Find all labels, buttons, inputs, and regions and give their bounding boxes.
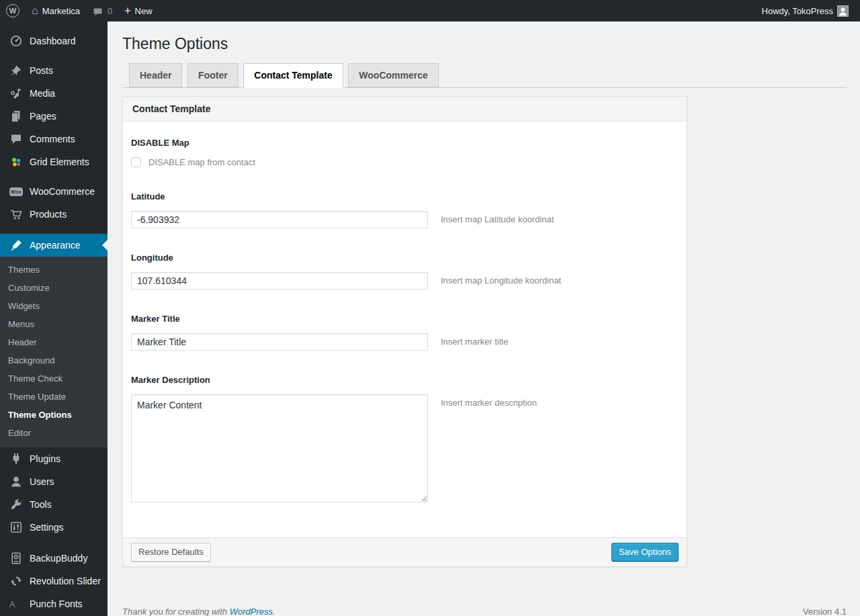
sidebar-item-punch-fonts[interactable]: A Punch Fonts xyxy=(0,592,108,615)
pages-icon xyxy=(9,109,24,123)
sidebar-item-label: Users xyxy=(30,476,54,487)
sidebar-item-label: Pages xyxy=(30,111,56,122)
disable-map-field: DISABLE Map DISABLE map from contact xyxy=(131,138,679,167)
sidebar-item-settings[interactable]: Settings xyxy=(0,516,108,539)
pushpin-icon xyxy=(9,64,24,77)
marker-title-hint: Insert marker title xyxy=(441,333,508,347)
sidebar-item-users[interactable]: Users xyxy=(0,470,108,493)
sidebar-item-backupbuddy[interactable]: BackupBuddy xyxy=(0,547,108,570)
wordpress-link[interactable]: WordPress xyxy=(230,607,273,616)
sidebar-item-posts[interactable]: Posts xyxy=(0,59,108,82)
sidebar-item-products[interactable]: Products xyxy=(0,203,108,226)
longitude-hint: Insert map Longitude koordinat xyxy=(441,272,561,285)
sidebar-item-woocommerce[interactable]: Woo WooCommerce xyxy=(0,180,108,203)
letter-a-icon: A xyxy=(9,597,24,611)
cart-icon xyxy=(9,208,24,221)
longitude-label: Longitude xyxy=(131,253,679,263)
latitude-field: Latitude Insert map Latitude koordinat xyxy=(131,191,679,228)
tab-woocommerce[interactable]: WooCommerce xyxy=(348,63,438,87)
sidebar-item-pages[interactable]: Pages xyxy=(0,105,108,128)
sidebar-item-label: Grid Elements xyxy=(30,157,89,167)
plug-icon xyxy=(9,452,24,466)
comment-count: 0 xyxy=(108,6,112,16)
page-footer: Thank you for creating with WordPress. V… xyxy=(122,607,847,616)
contact-template-panel: Contact Template DISABLE Map DISABLE map… xyxy=(122,96,687,567)
theme-options-tabs: Header Footer Contact Template WooCommer… xyxy=(122,63,847,88)
tab-contact-template[interactable]: Contact Template xyxy=(243,63,343,88)
main-content: Theme Options Header Footer Contact Temp… xyxy=(108,0,860,616)
woocommerce-badge-icon: Woo xyxy=(9,185,24,198)
marker-title-label: Marker Title xyxy=(131,314,679,324)
disable-map-label: DISABLE Map xyxy=(131,138,679,148)
sidebar-item-label: WooCommerce xyxy=(30,186,95,197)
latitude-label: Latitude xyxy=(131,191,679,202)
sidebar-item-plugins[interactable]: Plugins xyxy=(0,447,108,470)
new-label: New xyxy=(135,6,153,16)
tab-footer[interactable]: Footer xyxy=(187,63,239,87)
media-icon xyxy=(9,87,24,100)
marker-title-field: Marker Title Insert marker title xyxy=(131,314,679,351)
marker-title-input[interactable] xyxy=(131,333,428,351)
wrench-icon xyxy=(9,498,24,511)
new-content-button[interactable]: + New xyxy=(118,0,158,21)
restore-defaults-button[interactable]: Restore Defaults xyxy=(131,543,211,562)
submenu-item-editor[interactable]: Editor xyxy=(0,424,108,442)
sliders-icon xyxy=(9,521,24,534)
latitude-input[interactable] xyxy=(131,211,428,228)
panel-footer: Restore Defaults Save Options xyxy=(123,537,687,566)
wordpress-logo-button[interactable]: W xyxy=(0,0,26,21)
wordpress-logo-icon: W xyxy=(6,4,19,17)
latitude-hint: Insert map Latitude koordinat xyxy=(441,211,554,224)
submenu-item-menus[interactable]: Menus xyxy=(0,315,108,333)
sidebar-item-media[interactable]: Media xyxy=(0,82,108,105)
sidebar-item-comments[interactable]: Comments xyxy=(0,128,108,150)
sidebar-item-label: Tools xyxy=(30,499,52,510)
footer-thanks-text: Thank you for creating with WordPress. xyxy=(122,607,275,616)
longitude-input[interactable] xyxy=(131,272,428,290)
sidebar-item-label: Revolution Slider xyxy=(30,576,101,586)
sidebar-item-grid-elements[interactable]: Grid Elements xyxy=(0,150,108,173)
longitude-field: Longitude Insert map Longitude koordinat xyxy=(131,253,679,290)
sidebar-item-label: Media xyxy=(30,88,55,99)
submenu-item-theme-update[interactable]: Theme Update xyxy=(0,388,108,406)
submenu-item-background[interactable]: Background xyxy=(0,351,108,369)
save-options-button[interactable]: Save Options xyxy=(611,543,679,562)
sidebar-item-label: Appearance xyxy=(30,240,81,251)
submenu-item-header[interactable]: Header xyxy=(0,333,108,351)
comment-bubble-icon xyxy=(9,132,24,146)
sidebar-item-label: Posts xyxy=(30,65,53,76)
admin-bar: W ⌂ Marketica 0 + New Howdy, TokoPress xyxy=(0,0,860,21)
submenu-item-theme-options[interactable]: Theme Options xyxy=(0,406,108,424)
sidebar-item-label: BackupBuddy xyxy=(30,553,87,564)
sidebar-item-dashboard[interactable]: Dashboard xyxy=(0,30,108,52)
site-name-link[interactable]: ⌂ Marketica xyxy=(26,0,86,21)
version-label: Version 4.1 xyxy=(803,607,847,616)
page-title: Theme Options xyxy=(122,21,847,54)
disable-map-checkbox[interactable] xyxy=(131,157,141,167)
sidebar-item-label: Dashboard xyxy=(30,36,76,46)
submenu-item-widgets[interactable]: Widgets xyxy=(0,297,108,315)
plus-icon: + xyxy=(124,5,130,16)
submenu-item-customize[interactable]: Customize xyxy=(0,279,108,297)
submenu-item-themes[interactable]: Themes xyxy=(0,261,108,279)
sidebar-item-tools[interactable]: Tools xyxy=(0,493,108,516)
sidebar-item-revolution-slider[interactable]: Revolution Slider xyxy=(0,570,108,592)
avatar xyxy=(837,5,849,17)
tab-header[interactable]: Header xyxy=(129,63,182,87)
marker-description-textarea[interactable] xyxy=(131,394,428,502)
appearance-submenu: Themes Customize Widgets Menus Header Ba… xyxy=(0,257,108,447)
admin-sidebar: Dashboard Posts Media Pages Comments Gri… xyxy=(0,21,108,616)
sidebar-item-label: Settings xyxy=(30,522,64,533)
home-icon: ⌂ xyxy=(32,5,38,16)
submenu-item-theme-check[interactable]: Theme Check xyxy=(0,369,108,388)
marker-description-hint: Insert marker description xyxy=(441,394,537,408)
comments-admin-bar-link[interactable]: 0 xyxy=(86,0,118,21)
howdy-label: Howdy, TokoPress xyxy=(762,6,833,16)
dashboard-icon xyxy=(9,34,24,48)
sidebar-item-label: Plugins xyxy=(30,453,60,464)
sidebar-item-appearance[interactable]: Appearance xyxy=(0,234,108,257)
panel-title: Contact Template xyxy=(123,97,687,122)
grid-elements-icon xyxy=(9,155,24,169)
disable-map-checkbox-label: DISABLE map from contact xyxy=(148,157,255,167)
howdy-account-menu[interactable]: Howdy, TokoPress xyxy=(756,0,855,21)
